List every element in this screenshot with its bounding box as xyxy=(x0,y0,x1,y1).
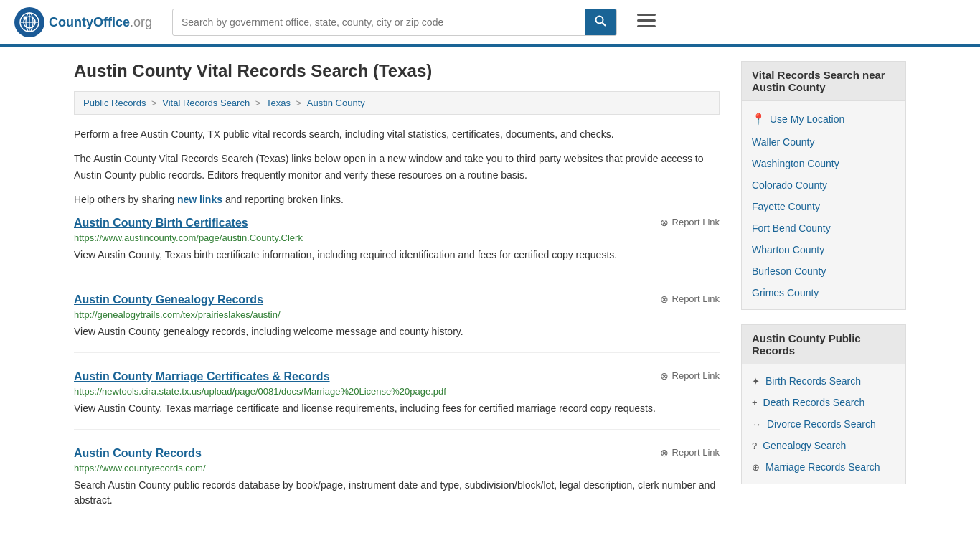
breadcrumb-vital-records[interactable]: Vital Records Search xyxy=(162,98,250,108)
logo-icon xyxy=(14,7,44,37)
records-list: Austin County Birth Certificates ⊗ Repor… xyxy=(74,217,720,521)
report-link-3[interactable]: ⊗ Report Link xyxy=(660,447,720,458)
page-title: Austin County Vital Records Search (Texa… xyxy=(74,61,720,81)
record-desc-3: Search Austin County public records data… xyxy=(74,478,720,508)
report-link-2[interactable]: ⊗ Report Link xyxy=(660,370,720,382)
record-url-0[interactable]: https://www.austincounty.com/page/austin… xyxy=(74,232,720,243)
public-record-icon-0: ✦ xyxy=(752,376,760,387)
report-link-1[interactable]: ⊗ Report Link xyxy=(660,293,720,305)
public-record-item-1: + Death Records Search xyxy=(742,392,905,413)
nearby-section-header: Vital Records Search near Austin County xyxy=(742,62,905,101)
public-record-item-0: ✦ Birth Records Search xyxy=(742,370,905,392)
nearby-county-5: Wharton County xyxy=(742,239,905,260)
nearby-county-link-2[interactable]: Colorado County xyxy=(752,179,827,191)
use-location-label: Use My Location xyxy=(770,113,844,125)
record-title-3[interactable]: Austin County Records xyxy=(74,447,202,460)
nearby-county-4: Fort Bend County xyxy=(742,217,905,239)
search-button[interactable] xyxy=(585,9,616,35)
menu-button[interactable] xyxy=(631,9,661,35)
report-label-0: Report Link xyxy=(672,217,720,227)
public-records-body: ✦ Birth Records Search + Death Records S… xyxy=(742,364,905,484)
record-url-3[interactable]: https://www.countyrecords.com/ xyxy=(74,463,720,474)
nearby-counties-list: Waller CountyWashington CountyColorado C… xyxy=(742,131,905,303)
record-url-2[interactable]: https://newtools.cira.state.tx.us/upload… xyxy=(74,386,720,397)
breadcrumb: Public Records > Vital Records Search > … xyxy=(74,91,720,115)
use-location-item[interactable]: 📍 Use My Location xyxy=(742,107,905,131)
nearby-county-link-1[interactable]: Washington County xyxy=(752,158,839,169)
report-icon-1: ⊗ xyxy=(660,293,669,305)
record-title-1[interactable]: Austin County Genealogy Records xyxy=(74,293,263,306)
public-record-item-3: ? Genealogy Search xyxy=(742,435,905,456)
search-bar xyxy=(172,9,617,36)
record-desc-1: View Austin County genealogy records, in… xyxy=(74,324,720,339)
record-entry-0: Austin County Birth Certificates ⊗ Repor… xyxy=(74,217,720,276)
nearby-county-1: Washington County xyxy=(742,153,905,174)
record-entry-1: Austin County Genealogy Records ⊗ Report… xyxy=(74,293,720,353)
nearby-county-link-6[interactable]: Burleson County xyxy=(752,265,826,277)
sidebar: Vital Records Search near Austin County … xyxy=(741,61,906,538)
svg-rect-9 xyxy=(637,19,656,22)
svg-point-6 xyxy=(596,17,603,24)
record-desc-0: View Austin County, Texas birth certific… xyxy=(74,248,720,263)
nearby-county-link-4[interactable]: Fort Bend County xyxy=(752,222,831,234)
public-record-icon-4: ⊕ xyxy=(752,462,760,473)
public-record-icon-2: ↔ xyxy=(752,419,761,430)
nearby-section: Vital Records Search near Austin County … xyxy=(741,61,906,310)
svg-rect-8 xyxy=(637,14,656,16)
nearby-county-7: Grimes County xyxy=(742,282,905,303)
logo-text: CountyOffice.org xyxy=(49,15,152,30)
svg-point-5 xyxy=(24,17,27,20)
nearby-county-link-3[interactable]: Fayette County xyxy=(752,201,820,212)
intro-paragraph-2: The Austin County Vital Records Search (… xyxy=(74,151,720,183)
public-records-section: Austin County Public Records ✦ Birth Rec… xyxy=(741,324,906,484)
new-links-link[interactable]: new links xyxy=(177,194,222,205)
record-entry-2: Austin County Marriage Certificates & Re… xyxy=(74,370,720,430)
public-records-header: Austin County Public Records xyxy=(742,325,905,364)
location-pin-icon: 📍 xyxy=(752,113,765,126)
nearby-county-6: Burleson County xyxy=(742,260,905,282)
record-title-2[interactable]: Austin County Marriage Certificates & Re… xyxy=(74,370,330,383)
public-record-link-0[interactable]: Birth Records Search xyxy=(765,375,861,387)
report-label-2: Report Link xyxy=(672,370,720,381)
record-title-0[interactable]: Austin County Birth Certificates xyxy=(74,217,248,230)
svg-rect-10 xyxy=(637,25,656,27)
public-record-icon-3: ? xyxy=(752,441,757,451)
record-url-1[interactable]: http://genealogytrails.com/tex/prairiesl… xyxy=(74,309,720,320)
record-entry-3: Austin County Records ⊗ Report Link http… xyxy=(74,447,720,521)
public-record-icon-1: + xyxy=(752,397,758,408)
report-label-3: Report Link xyxy=(672,447,720,458)
nearby-county-3: Fayette County xyxy=(742,196,905,217)
nearby-section-body: 📍 Use My Location Waller CountyWashingto… xyxy=(742,101,905,309)
site-header: CountyOffice.org xyxy=(0,0,980,47)
record-header-2: Austin County Marriage Certificates & Re… xyxy=(74,370,720,383)
report-icon-0: ⊗ xyxy=(660,217,669,228)
public-record-link-3[interactable]: Genealogy Search xyxy=(763,440,846,451)
breadcrumb-austin-county[interactable]: Austin County xyxy=(307,98,365,108)
record-header-3: Austin County Records ⊗ Report Link xyxy=(74,447,720,460)
breadcrumb-texas[interactable]: Texas xyxy=(266,98,291,108)
breadcrumb-public-records[interactable]: Public Records xyxy=(83,98,146,108)
main-container: Austin County Vital Records Search (Texa… xyxy=(60,47,920,551)
nearby-county-link-5[interactable]: Wharton County xyxy=(752,244,824,255)
public-record-link-1[interactable]: Death Records Search xyxy=(763,397,865,408)
nearby-county-0: Waller County xyxy=(742,131,905,153)
public-records-list: ✦ Birth Records Search + Death Records S… xyxy=(742,370,905,478)
content-area: Austin County Vital Records Search (Texa… xyxy=(74,61,720,538)
record-header-1: Austin County Genealogy Records ⊗ Report… xyxy=(74,293,720,306)
record-header-0: Austin County Birth Certificates ⊗ Repor… xyxy=(74,217,720,230)
public-record-item-4: ⊕ Marriage Records Search xyxy=(742,456,905,478)
logo[interactable]: CountyOffice.org xyxy=(14,7,158,37)
nearby-county-link-0[interactable]: Waller County xyxy=(752,136,814,148)
nearby-county-2: Colorado County xyxy=(742,174,905,196)
public-record-link-2[interactable]: Divorce Records Search xyxy=(767,418,876,430)
nearby-county-link-7[interactable]: Grimes County xyxy=(752,287,819,298)
svg-line-7 xyxy=(603,23,606,27)
record-desc-2: View Austin County, Texas marriage certi… xyxy=(74,401,720,416)
public-record-link-4[interactable]: Marriage Records Search xyxy=(765,461,880,473)
report-link-0[interactable]: ⊗ Report Link xyxy=(660,217,720,228)
search-input[interactable] xyxy=(173,11,585,34)
report-label-1: Report Link xyxy=(672,293,720,304)
report-icon-2: ⊗ xyxy=(660,370,669,382)
report-icon-3: ⊗ xyxy=(660,447,669,458)
intro-paragraph-3: Help others by sharing new links and rep… xyxy=(74,192,720,207)
